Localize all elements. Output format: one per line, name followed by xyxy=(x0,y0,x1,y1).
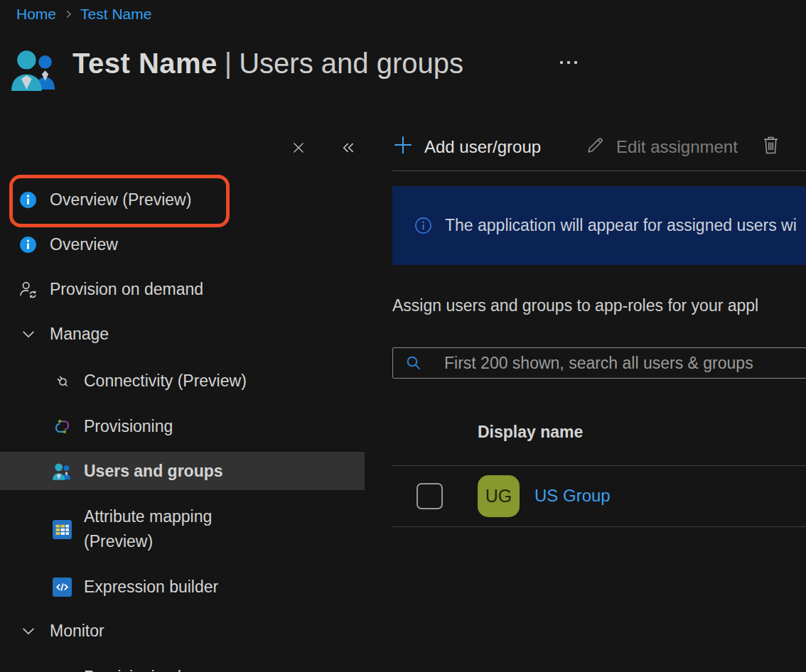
azure-portal-page: Home Test Name Test Name|Users and group… xyxy=(0,0,806,672)
edit-assignment-button[interactable]: Edit assignment xyxy=(586,135,738,159)
add-user-group-label: Add user/group xyxy=(424,137,541,157)
plug-icon xyxy=(53,372,72,391)
table-grid-icon xyxy=(53,520,72,539)
collapse-pane-icon[interactable] xyxy=(338,138,356,156)
add-user-group-button[interactable]: Add user/group xyxy=(392,134,541,160)
sidebar-item-expression-builder[interactable]: Expression builder xyxy=(0,569,365,605)
provisioning-sync-icon xyxy=(53,417,72,436)
sidebar-item-label: Attribute mapping (Preview) xyxy=(84,504,251,554)
sidebar-item-connectivity[interactable]: Connectivity (Preview) xyxy=(0,363,365,399)
toolbar-divider xyxy=(392,170,806,171)
group-avatar: UG xyxy=(478,475,520,517)
search-input[interactable] xyxy=(444,354,806,373)
sidebar-item-users-and-groups[interactable]: Users and groups xyxy=(0,452,365,490)
sidebar-item-overview-preview[interactable]: Overview (Preview) xyxy=(0,182,365,217)
log-icon xyxy=(53,668,72,672)
sidebar-item-label: Connectivity (Preview) xyxy=(84,372,247,391)
pencil-icon xyxy=(586,135,606,159)
sidebar-item-label: Provisioning logs xyxy=(84,668,208,672)
people-icon xyxy=(53,462,72,481)
row-checkbox[interactable] xyxy=(417,483,443,509)
table-divider xyxy=(392,465,806,466)
info-icon xyxy=(18,235,38,254)
column-header-display-name: Display name xyxy=(478,423,583,442)
group-name-link[interactable]: US Group xyxy=(534,486,611,506)
sidebar-item-provision-on-demand[interactable]: Provision on demand xyxy=(0,271,365,307)
sidebar-item-label: Provisioning xyxy=(84,417,173,436)
sidebar-item-provisioning-logs[interactable]: Provisioning logs xyxy=(0,659,365,672)
code-icon xyxy=(53,578,72,597)
search-box xyxy=(392,347,806,379)
sidebar-item-label: Users and groups xyxy=(84,462,223,481)
table-divider xyxy=(392,526,806,527)
sidebar-item-attribute-mapping[interactable]: Attribute mapping (Preview) xyxy=(0,499,365,559)
chevron-down-icon xyxy=(18,622,38,641)
sidebar-item-label: Overview xyxy=(50,235,118,254)
edit-assignment-label: Edit assignment xyxy=(616,137,738,157)
command-bar: Add user/group Edit assignment xyxy=(392,131,806,163)
plus-icon xyxy=(392,134,414,160)
info-banner-text: The application will appear for assigned… xyxy=(445,216,797,235)
sidebar-item-overview[interactable]: Overview xyxy=(0,227,365,262)
close-icon[interactable] xyxy=(289,139,308,157)
sidebar-item-provisioning[interactable]: Provisioning xyxy=(0,408,365,444)
remove-button[interactable] xyxy=(761,135,780,160)
trash-icon xyxy=(761,135,780,160)
sidebar-item-label: Overview (Preview) xyxy=(50,190,191,210)
assign-description-text: Assign users and groups to app-roles for… xyxy=(392,296,806,315)
sidebar-item-label: Provision on demand xyxy=(50,280,203,299)
sidebar-section-monitor[interactable]: Monitor xyxy=(0,613,365,649)
search-icon xyxy=(405,354,422,372)
info-outline-icon xyxy=(414,217,432,234)
info-banner: The application will appear for assigned… xyxy=(392,186,806,265)
sidebar-section-label: Manage xyxy=(50,325,109,344)
chevron-down-icon xyxy=(18,325,38,344)
main-content: Add user/group Edit assignment The appli… xyxy=(392,0,806,672)
person-sync-icon xyxy=(18,280,38,299)
sidebar-section-manage[interactable]: Manage xyxy=(0,316,365,352)
info-icon xyxy=(18,190,38,210)
sidebar-item-label: Expression builder xyxy=(84,578,218,597)
sidebar-section-label: Monitor xyxy=(50,622,104,641)
sidebar: Overview (Preview) Overview Provision on… xyxy=(0,0,365,672)
